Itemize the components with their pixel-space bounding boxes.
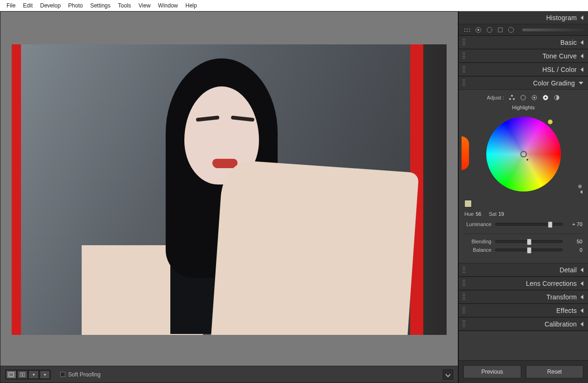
panel-lens-corrections[interactable]: Lens Corrections <box>459 277 588 290</box>
cg-luminance-slider[interactable]: Luminance + 70 <box>464 221 582 227</box>
canvas-toolbar: ▾ ▾ Soft Proofing <box>0 366 458 383</box>
panel-grip-icon <box>462 52 465 60</box>
chevron-down-icon <box>445 372 450 377</box>
cg-prev-wheel-peek[interactable] <box>462 136 469 170</box>
menu-tools[interactable]: Tools <box>114 1 135 10</box>
panel-tone-curve[interactable]: Tone Curve <box>459 50 588 63</box>
cg-preview-eye-icon[interactable]: ◉ <box>578 183 582 189</box>
cg-collapse-values-icon[interactable] <box>580 190 582 194</box>
spot-removal-icon[interactable] <box>476 27 481 33</box>
slider-thumb[interactable] <box>527 239 532 245</box>
cg-sat-label: Sat <box>489 211 497 217</box>
panel-grip-icon <box>462 266 465 274</box>
svg-point-10 <box>545 97 546 99</box>
toolbar-more-dropdown[interactable] <box>443 369 453 380</box>
collapse-left-icon <box>581 67 583 72</box>
panel-grip-icon <box>462 66 465 73</box>
svg-point-6 <box>521 95 525 100</box>
menu-photo[interactable]: Photo <box>64 1 86 10</box>
cg-sat-value[interactable]: 19 <box>498 211 504 217</box>
collapse-left-icon <box>581 322 583 326</box>
view-option-b-icon[interactable]: ▾ <box>40 370 50 379</box>
cg-view-midtones-icon[interactable] <box>531 94 538 101</box>
view-before-after-icon[interactable] <box>17 370 28 379</box>
menu-help[interactable]: Help <box>182 1 201 10</box>
cg-hue-sat-row: Hue56 Sat19 <box>464 211 582 217</box>
cg-hue-label: Hue <box>464 211 474 217</box>
slider-thumb[interactable] <box>548 221 553 228</box>
cg-wheel-area: ◉ <box>464 113 582 197</box>
menu-develop[interactable]: Develop <box>36 1 64 10</box>
color-grading-body: Adjust : Highlights ◉ <box>459 90 588 263</box>
panel-color-grading-title: Color Grading <box>533 79 575 87</box>
crop-tool-icon[interactable] <box>463 28 470 32</box>
menu-view[interactable]: View <box>135 1 154 10</box>
menu-file[interactable]: File <box>3 1 19 10</box>
collapse-left-icon <box>581 281 583 286</box>
collapse-left-icon <box>581 308 583 313</box>
canvas-viewport[interactable] <box>8 19 450 360</box>
reset-button[interactable]: Reset <box>526 365 584 378</box>
panel-basic[interactable]: Basic <box>459 36 588 49</box>
panel-hsl-color[interactable]: HSL / Color <box>459 63 588 76</box>
masking-tool-icon[interactable] <box>498 28 503 32</box>
cg-balance-slider[interactable]: Balance 0 <box>464 247 582 253</box>
divider <box>464 234 582 234</box>
cg-adjust-row: Adjust : <box>464 94 582 101</box>
cg-balance-value[interactable]: 0 <box>567 247 582 253</box>
cg-blending-slider[interactable]: Blending 50 <box>464 239 582 244</box>
cg-color-swatch[interactable] <box>464 200 472 207</box>
slider-thumb[interactable] <box>527 247 532 254</box>
menu-bar: File Edit Develop Photo Settings Tools V… <box>0 0 588 11</box>
svg-point-3 <box>511 95 513 97</box>
cg-view-3way-icon[interactable] <box>509 94 515 101</box>
panel-transform[interactable]: Transform <box>459 291 588 304</box>
cg-view-highlights-icon[interactable] <box>542 94 549 101</box>
svg-rect-0 <box>9 373 14 376</box>
previous-button[interactable]: Previous <box>463 365 521 378</box>
panel-histogram[interactable]: Histogram <box>459 11 588 24</box>
view-loupe-icon[interactable] <box>6 370 16 379</box>
panel-effects-title: Effects <box>556 307 577 314</box>
soft-proofing-toggle[interactable]: Soft Proofing <box>60 371 100 378</box>
panel-grip-icon <box>462 39 465 46</box>
cg-wheel-sat-dot <box>526 159 528 161</box>
view-option-a-icon[interactable]: ▾ <box>28 370 39 379</box>
collapse-left-icon <box>581 40 583 45</box>
panel-color-grading[interactable]: Color Grading <box>459 77 588 90</box>
menu-settings[interactable]: Settings <box>86 1 114 10</box>
redeye-tool-icon[interactable] <box>487 27 492 33</box>
svg-rect-1 <box>20 373 22 376</box>
svg-point-5 <box>513 98 515 100</box>
panel-lens-title: Lens Corrections <box>526 280 577 287</box>
collapse-left-icon <box>581 268 583 272</box>
canvas-area: ▾ ▾ Soft Proofing <box>0 11 458 383</box>
cg-luminance-label: Luminance <box>464 221 491 227</box>
panel-effects[interactable]: Effects <box>459 304 588 317</box>
cg-wheel-hue-handle[interactable] <box>548 120 553 124</box>
checkbox-icon[interactable] <box>60 372 65 377</box>
panel-calibration[interactable]: Calibration <box>459 318 588 331</box>
brush-size-indicator[interactable] <box>522 28 583 31</box>
panel-grip-icon <box>462 293 465 301</box>
cg-balance-label: Balance <box>464 247 491 253</box>
menu-edit[interactable]: Edit <box>19 1 36 10</box>
cg-wheel-center-icon <box>520 151 527 157</box>
cg-view-shadows-icon[interactable] <box>520 94 526 101</box>
menu-window[interactable]: Window <box>154 1 182 10</box>
cg-luminance-value[interactable]: + 70 <box>567 221 582 227</box>
panel-grip-icon <box>462 307 465 314</box>
cg-blending-value[interactable]: 50 <box>567 239 582 244</box>
panel-detail[interactable]: Detail <box>459 263 588 277</box>
cg-hue-value[interactable]: 56 <box>476 211 481 217</box>
panel-histogram-title: Histogram <box>546 14 577 21</box>
radial-tool-icon[interactable] <box>508 27 514 33</box>
panel-footer: Previous Reset <box>459 360 588 383</box>
cg-view-global-icon[interactable] <box>553 94 560 101</box>
panel-detail-title: Detail <box>560 266 577 274</box>
svg-rect-2 <box>23 373 25 376</box>
panel-grip-icon <box>462 280 465 287</box>
photo-preview[interactable] <box>12 44 447 335</box>
cg-blending-label: Blending <box>464 239 491 244</box>
view-mode-group: ▾ ▾ <box>5 369 51 380</box>
